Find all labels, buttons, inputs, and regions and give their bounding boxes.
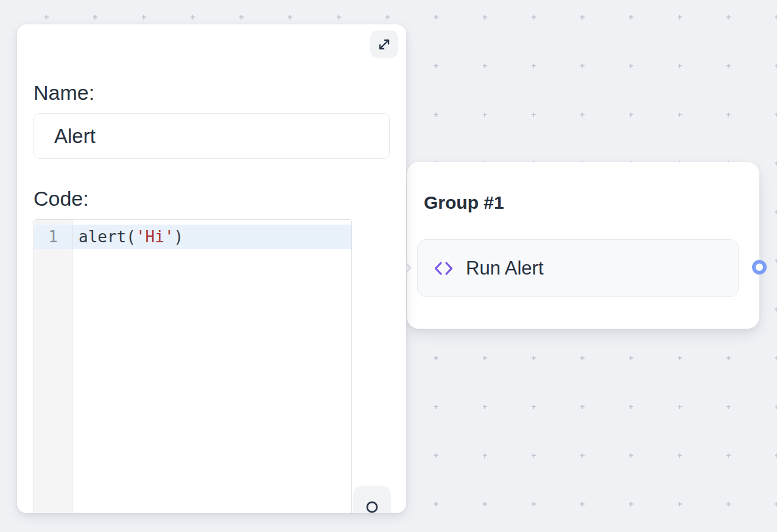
grid-dot — [678, 405, 682, 409]
name-field-label: Name: — [33, 78, 94, 107]
grid-dot — [434, 15, 438, 19]
grid-dot — [629, 113, 633, 117]
grid-dot — [580, 113, 585, 117]
grid-dot — [483, 15, 487, 19]
person-icon — [360, 493, 384, 513]
grid-dot — [678, 356, 682, 360]
grid-dot — [775, 502, 777, 506]
grid-dot — [775, 64, 777, 68]
grid-dot — [580, 502, 585, 506]
grid-dot — [142, 15, 146, 19]
grid-dot — [678, 64, 682, 68]
grid-dot — [629, 356, 633, 360]
grid-dot — [532, 502, 536, 506]
grid-dot — [775, 15, 777, 19]
expand-diagonal-icon — [377, 37, 392, 52]
grid-dot — [580, 15, 585, 19]
grid-dot — [483, 502, 487, 506]
grid-dot — [726, 502, 731, 506]
output-handle[interactable] — [752, 260, 767, 275]
grid-dot — [775, 210, 777, 214]
group-node-title: Group #1 — [424, 190, 504, 215]
grid-dot — [629, 502, 633, 506]
grid-dot — [580, 356, 585, 360]
grid-dot — [726, 15, 731, 19]
grid-dot — [483, 356, 487, 360]
grid-dot — [629, 15, 633, 19]
grid-dot — [726, 453, 731, 458]
grid-dot — [580, 453, 585, 458]
grid-dot — [44, 15, 49, 19]
grid-dot — [775, 405, 777, 409]
grid-dot — [726, 356, 731, 360]
grid-dot — [580, 64, 585, 68]
grid-dot — [580, 405, 585, 409]
grid-dot — [532, 453, 536, 458]
grid-dot — [775, 259, 777, 263]
grid-dot — [775, 161, 777, 166]
grid-dot — [775, 356, 777, 360]
code-token-string: 'Hi' — [136, 228, 174, 246]
flow-item-run-alert[interactable]: Run Alert — [417, 239, 739, 297]
grid-dot — [532, 405, 536, 409]
grid-dot — [726, 405, 731, 409]
expand-button[interactable] — [370, 30, 398, 58]
grid-dot — [434, 356, 438, 360]
grid-dot — [775, 307, 777, 312]
code-token: ) — [174, 228, 184, 246]
grid-dot — [483, 405, 487, 409]
grid-dot — [191, 15, 195, 19]
grid-dot — [629, 405, 633, 409]
grid-dot — [532, 356, 536, 360]
code-editor-gutter — [34, 220, 72, 513]
grid-dot — [678, 113, 682, 117]
grid-dot — [629, 453, 633, 458]
group-node-card[interactable]: Group #1 Run Alert — [407, 162, 759, 329]
grid-dot — [532, 64, 536, 68]
person-button[interactable] — [353, 486, 391, 513]
grid-dot — [483, 64, 487, 68]
grid-dot — [775, 453, 777, 458]
grid-dot — [239, 15, 244, 19]
grid-dot — [385, 15, 390, 19]
name-input[interactable] — [33, 113, 390, 159]
grid-dot — [483, 113, 487, 117]
grid-dot — [434, 113, 438, 117]
code-brackets-icon — [434, 259, 454, 278]
grid-dot — [726, 64, 731, 68]
grid-dot — [434, 502, 438, 506]
grid-dot — [434, 405, 438, 409]
code-line[interactable]: alert('Hi') — [72, 225, 351, 249]
node-editor-panel: Name: Code: 1 alert('Hi') — [17, 24, 406, 513]
grid-dot — [434, 64, 438, 68]
grid-dot — [678, 453, 682, 458]
grid-dot — [629, 64, 633, 68]
grid-dot — [678, 502, 682, 506]
line-number: 1 — [34, 225, 72, 249]
grid-dot — [434, 453, 438, 458]
flow-item-label: Run Alert — [466, 257, 544, 279]
grid-dot — [483, 453, 487, 458]
grid-dot — [726, 113, 731, 117]
gutter-divider — [72, 220, 72, 513]
grid-dot — [337, 15, 341, 19]
grid-dot — [532, 15, 536, 19]
code-editor[interactable]: 1 alert('Hi') — [33, 219, 352, 513]
grid-dot — [532, 113, 536, 117]
code-token: alert( — [79, 228, 136, 246]
code-field-label: Code: — [33, 184, 89, 213]
grid-dot — [93, 15, 97, 19]
grid-dot — [775, 113, 777, 117]
grid-dot — [678, 15, 682, 19]
grid-dot — [288, 15, 292, 19]
